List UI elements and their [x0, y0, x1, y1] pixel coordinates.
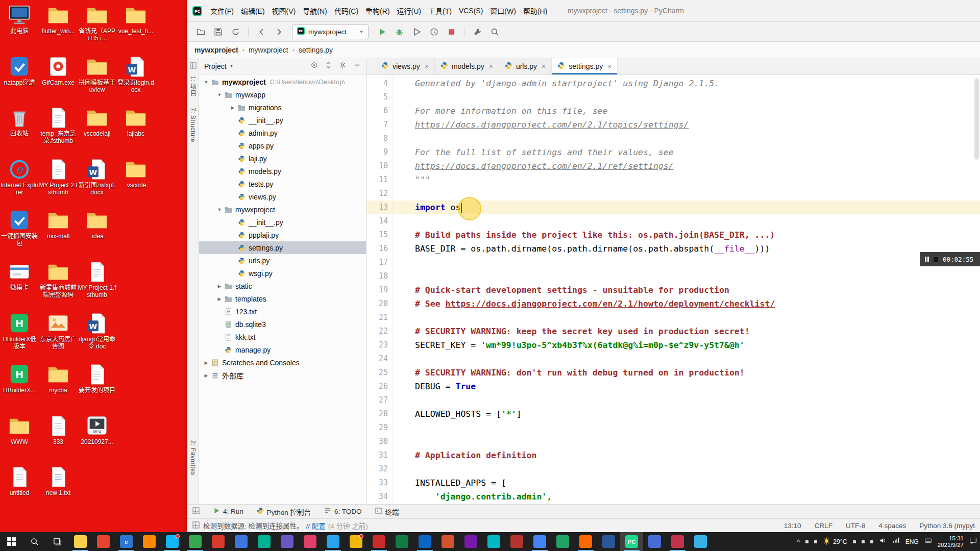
taskbar-app-button[interactable]: [299, 532, 322, 551]
code-line[interactable]: 16BASE_DIR = os.path.dirname(os.path.dir…: [366, 242, 980, 256]
taskbar-app-button[interactable]: [138, 532, 161, 551]
menu-item[interactable]: 文件(F): [207, 4, 237, 18]
save-icon[interactable]: [211, 24, 225, 39]
stop-icon[interactable]: [444, 24, 458, 39]
run-configuration-select[interactable]: PC mywxproject ▼: [292, 24, 369, 39]
code-line[interactable]: 10https://docs.djangoproject.com/en/2.1/…: [366, 159, 980, 173]
breadcrumb-item[interactable]: mywxproject: [249, 46, 288, 54]
code-line[interactable]: 21: [366, 311, 980, 324]
code-line[interactable]: 29: [366, 421, 980, 435]
run-icon[interactable]: [375, 24, 389, 39]
taskbar-app-button[interactable]: [69, 532, 92, 551]
taskbar-app-button[interactable]: [643, 532, 666, 551]
tool-window-switcher-icon[interactable]: [192, 507, 200, 516]
desktop-icon[interactable]: natapp穿透: [0, 54, 39, 86]
code-line[interactable]: 28ALLOWED_HOSTS = ['*']: [366, 407, 980, 421]
desktop-icon[interactable]: WWW: [0, 413, 39, 445]
code-line[interactable]: 12: [366, 187, 980, 201]
tray-icon[interactable]: [853, 540, 856, 543]
close-icon[interactable]: ×: [542, 62, 546, 70]
gear-icon[interactable]: [339, 61, 347, 71]
menu-item[interactable]: 工具(T): [425, 4, 455, 18]
code-line[interactable]: 11""": [366, 173, 980, 187]
tool-window-button[interactable]: 7: Structure: [189, 108, 197, 142]
editor-scrollbar[interactable]: [974, 78, 979, 160]
taskbar-app-button[interactable]: [597, 532, 620, 551]
tray-icon[interactable]: [814, 540, 817, 543]
tree-item[interactable]: ▶外部库: [199, 369, 366, 382]
project-panel-title[interactable]: Project: [204, 62, 227, 70]
taskbar-app-button[interactable]: [276, 532, 299, 551]
tree-item[interactable]: kkk.txt: [199, 331, 366, 343]
hide-icon[interactable]: [353, 61, 361, 71]
desktop-icon[interactable]: mycba: [39, 362, 78, 394]
project-stripe-icon[interactable]: [190, 62, 197, 76]
code-line[interactable]: 32: [366, 462, 980, 476]
tree-item[interactable]: tests.py: [199, 178, 366, 190]
input-language[interactable]: ENG: [905, 538, 919, 545]
desktop-icon[interactable]: MY Project 2.fsthumb: [39, 157, 78, 196]
status-widget[interactable]: 13:10: [784, 522, 801, 530]
desktop-icon[interactable]: .vscode: [116, 157, 155, 189]
taskbar-app-button[interactable]: [574, 532, 597, 551]
debug-icon[interactable]: [392, 24, 406, 39]
sync-icon[interactable]: [228, 24, 242, 39]
wrench-icon[interactable]: [470, 24, 484, 39]
editor-tab[interactable]: models.py×: [435, 58, 499, 74]
code-line[interactable]: 24: [366, 352, 980, 366]
breadcrumb-item[interactable]: mywxproject: [194, 46, 238, 54]
tree-item[interactable]: wsgi.py: [199, 267, 366, 280]
code-line[interactable]: 25# SECURITY WARNING: don't run with deb…: [366, 366, 980, 380]
breadcrumb-item[interactable]: settings.py: [299, 46, 333, 54]
taskbar-app-button[interactable]: [368, 532, 390, 551]
taskbar-app-button[interactable]: [207, 532, 230, 551]
taskbar-app-button[interactable]: [666, 532, 689, 551]
desktop-icon[interactable]: MP420210927...: [78, 413, 116, 445]
taskbar-app-button[interactable]: [322, 532, 345, 551]
desktop-icon[interactable]: 要开发的项目: [78, 362, 116, 394]
pause-icon[interactable]: [925, 257, 929, 262]
taskbar-app-button[interactable]: [528, 532, 551, 551]
desktop-icon[interactable]: 此电脑: [0, 3, 39, 35]
forward-icon[interactable]: [272, 24, 286, 39]
desktop-icon[interactable]: Wdjango常用命令.doc: [78, 311, 116, 350]
tree-item[interactable]: ▼mywxapp: [199, 88, 366, 101]
taskbar-app-button[interactable]: [459, 532, 482, 551]
editor-tab[interactable]: urls.py×: [499, 58, 552, 74]
desktop-icon[interactable]: untitled: [0, 464, 39, 496]
taskbar-app-button[interactable]: [413, 532, 436, 551]
desktop-icon[interactable]: temp_东京芝菜.fsthumb: [39, 105, 78, 144]
code-line[interactable]: 30: [366, 435, 980, 448]
close-icon[interactable]: ×: [489, 62, 493, 70]
tree-item[interactable]: ▼mywxproject: [199, 203, 366, 216]
tray-icon[interactable]: [805, 540, 808, 543]
tray-icon[interactable]: [870, 540, 873, 543]
desktop-icon[interactable]: GifCam.exe: [39, 54, 78, 86]
code-line[interactable]: 17: [366, 256, 980, 269]
network-icon[interactable]: [892, 537, 900, 546]
code-line[interactable]: 34 'django.contrib.admin',: [366, 490, 980, 504]
code-line[interactable]: 27: [366, 393, 980, 407]
code-line[interactable]: 4Generated by 'django-admin startproject…: [366, 77, 980, 90]
code-line[interactable]: 14: [366, 214, 980, 228]
tree-item[interactable]: ▶Scratches and Consoles: [199, 356, 366, 369]
tray-icon[interactable]: [862, 540, 865, 543]
desktop-icon[interactable]: vue_test_h...: [116, 3, 155, 35]
stop-icon[interactable]: [934, 257, 938, 262]
taskbar-app-button[interactable]: [436, 532, 459, 551]
locate-icon[interactable]: [310, 61, 318, 71]
code-line[interactable]: 18: [366, 269, 980, 283]
taskbar-app-button[interactable]: [390, 532, 413, 551]
taskbar-app-button[interactable]: [92, 532, 115, 551]
coverage-icon[interactable]: [409, 24, 424, 39]
code-editor[interactable]: 4Generated by 'django-admin startproject…: [366, 75, 980, 504]
code-line[interactable]: 15# Build paths inside the project like …: [366, 228, 980, 242]
open-icon[interactable]: [193, 24, 208, 39]
desktop-icon[interactable]: .idea: [78, 208, 116, 240]
desktop-icon[interactable]: 回收站: [0, 105, 39, 137]
search-button[interactable]: [23, 532, 46, 551]
taskbar-app-button[interactable]: [551, 532, 574, 551]
collapse-all-icon[interactable]: [325, 61, 332, 71]
keyboard-icon[interactable]: [924, 537, 932, 546]
desktop-icon[interactable]: W新引图zwlxpf.docx: [78, 157, 116, 196]
